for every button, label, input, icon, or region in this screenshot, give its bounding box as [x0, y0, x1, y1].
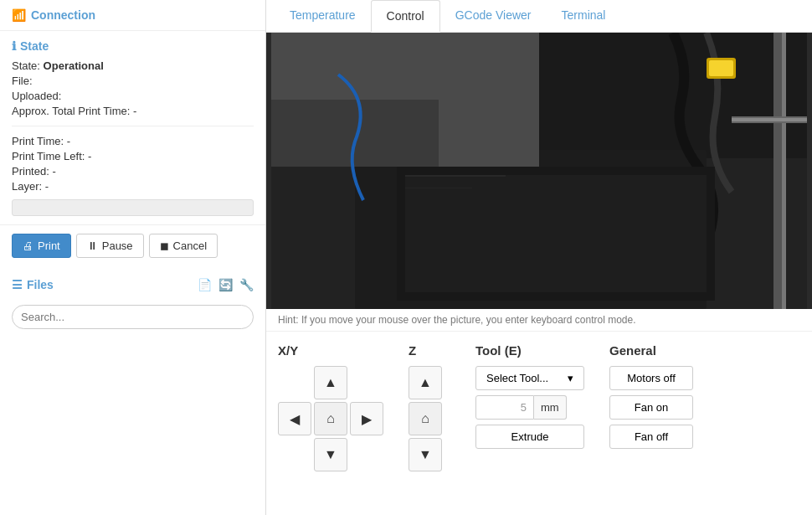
z-up-button[interactable]: ▲	[409, 366, 442, 399]
search-container	[0, 300, 265, 337]
file-row: File:	[12, 75, 254, 87]
hint-text: Hint: If you move your mouse over the pi…	[266, 309, 812, 332]
cancel-button[interactable]: ◼ Cancel	[149, 234, 218, 258]
info-icon: ℹ	[12, 39, 16, 53]
tab-gcode-viewer[interactable]: GCode Viewer	[440, 0, 547, 32]
print-icon: 🖨	[23, 239, 33, 252]
printed-row: Printed: -	[12, 165, 254, 178]
xy-left-button[interactable]: ◀	[278, 402, 311, 435]
state-status-row: State: Operational	[12, 59, 254, 72]
search-input[interactable]	[12, 305, 254, 329]
xy-down-button[interactable]: ▼	[314, 438, 347, 471]
connection-header: 📶 Connection	[0, 0, 265, 30]
svg-rect-14	[405, 175, 707, 292]
motors-off-button[interactable]: Motors off	[609, 366, 693, 390]
svg-rect-6	[782, 33, 786, 309]
svg-rect-10	[709, 60, 733, 76]
connection-icon: 📶	[12, 8, 26, 22]
files-list-icon: ☰	[12, 278, 23, 291]
print-button[interactable]: 🖨 Print	[12, 234, 71, 258]
xy-up-button[interactable]: ▲	[314, 366, 347, 399]
select-tool-button[interactable]: Select Tool... ▾	[475, 366, 584, 390]
svg-rect-12	[732, 118, 807, 121]
general-label: General	[609, 343, 693, 358]
printer-camera-view	[266, 33, 812, 309]
dropdown-icon: ▾	[568, 372, 573, 384]
svg-rect-16	[405, 188, 472, 188]
print-time-left-row: Print Time Left: -	[12, 150, 254, 162]
xy-right-button[interactable]: ▶	[350, 402, 383, 435]
connection-label: Connection	[31, 8, 95, 22]
upload-file-button[interactable]: 📄	[198, 278, 212, 291]
z-down-button[interactable]: ▼	[409, 438, 442, 471]
z-label: Z	[409, 343, 442, 358]
fan-off-button[interactable]: Fan off	[609, 425, 693, 449]
tab-control[interactable]: Control	[371, 0, 440, 33]
tool-label: Tool (E)	[475, 343, 584, 358]
state-title: ℹ State	[12, 39, 254, 53]
layer-row: Layer: -	[12, 180, 254, 193]
print-time-row: Print Time: -	[12, 135, 254, 147]
tool-controls: Select Tool... ▾ mm Extrude	[475, 366, 584, 449]
xy-home-button[interactable]: ⌂	[314, 402, 347, 435]
tab-terminal[interactable]: Terminal	[547, 0, 621, 32]
uploaded-row: Uploaded:	[12, 90, 254, 102]
z-home-button[interactable]: ⌂	[409, 402, 442, 435]
pause-icon: ⏸	[87, 239, 98, 252]
pause-button[interactable]: ⏸ Pause	[76, 234, 144, 258]
print-controls: 🖨 Print ⏸ Pause ◼ Cancel	[0, 234, 265, 270]
xy-controls: ▲ ◀ ⌂ ▶ ▼	[278, 366, 383, 471]
progress-bar	[12, 199, 254, 216]
z-controls: ▲ ⌂ ▼	[409, 366, 442, 471]
general-controls: Motors off Fan on Fan off	[609, 366, 693, 454]
refresh-files-button[interactable]: 🔄	[218, 278, 233, 291]
tab-temperature[interactable]: Temperature	[275, 0, 371, 32]
approx-print-time-row: Approx. Total Print Time: -	[12, 105, 254, 117]
svg-rect-4	[271, 100, 439, 167]
extrude-button[interactable]: Extrude	[475, 425, 584, 449]
xy-label: X/Y	[278, 343, 383, 358]
settings-button[interactable]: 🔧	[239, 278, 254, 291]
cancel-icon: ◼	[160, 239, 169, 252]
svg-rect-15	[405, 175, 506, 177]
top-tabs: Temperature Control GCode Viewer Termina…	[266, 0, 812, 33]
fan-on-button[interactable]: Fan on	[609, 395, 693, 420]
tool-mm-unit: mm	[534, 395, 567, 420]
files-header: ☰ Files 📄 🔄 🔧	[0, 270, 265, 300]
tool-mm-input[interactable]	[475, 395, 534, 420]
